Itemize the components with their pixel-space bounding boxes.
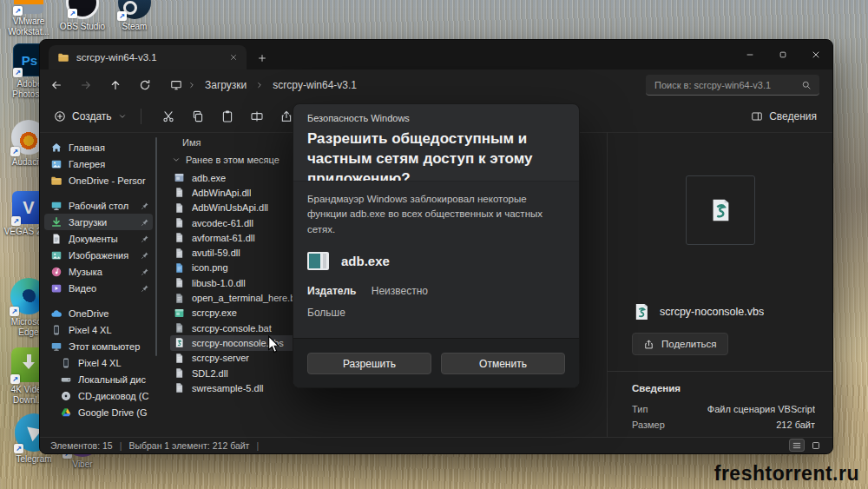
sidebar-item-icon [50,233,62,245]
forward-button[interactable] [73,72,99,98]
selected-file-title: scrcpy-noconsole.vbs [632,302,820,321]
chevron-right-icon [255,81,264,89]
search-icon[interactable] [801,80,812,90]
dialog-heading: Разрешить общедоступным и частным сетям … [293,123,579,189]
details-view-button[interactable] [789,439,805,452]
minimize-button[interactable] [733,40,766,69]
status-bar: Элементов: 15 | Выбран 1 элемент: 212 ба… [40,437,832,453]
cut-icon [161,109,175,123]
cut-button[interactable] [154,103,183,129]
navigation-pane: Главная Галерея OneDrive - Persor Рабочи… [40,132,161,438]
file-type-icon [174,293,185,304]
shortcut-arrow-icon: ↗ [13,68,23,77]
share-button[interactable]: Поделиться [632,333,728,355]
sidebar-item-5[interactable]: Документы [44,230,153,247]
sidebar-scrollbar[interactable] [155,137,157,356]
desktop-icon-1[interactable]: ↗ OBS Studio [56,0,109,32]
dialog-app-title: Безопасность Windows [293,104,579,123]
paste-button[interactable] [213,103,242,129]
allow-button[interactable]: Разрешить [307,353,431,374]
rename-icon [250,109,264,123]
sidebar-item-icon [50,340,62,353]
sidebar-item-8[interactable]: Видео [44,280,153,296]
dialog-message: Брандмауэр Windows заблокировал некоторы… [307,192,565,237]
sidebar-item-icon [60,406,72,419]
sidebar-item-icon [60,357,72,369]
navigation-bar: Загрузки scrcpy-win64-v3.1 [40,69,832,102]
copy-button[interactable] [183,103,213,129]
folder-icon [57,51,69,63]
close-button[interactable] [799,40,832,69]
desktop-icon-0[interactable]: ↗ VMware Workstat... [2,0,56,36]
file-type-icon [174,367,185,379]
breadcrumb: Загрузки scrcpy-win64-v3.1 [170,77,360,93]
sidebar-item-15[interactable]: Google Drive (G [44,404,153,420]
sidebar-item-12[interactable]: Pixel 4 XL [44,354,153,371]
shortcut-arrow-icon: ↗ [68,9,77,18]
file-type-icon [174,232,185,243]
new-button[interactable]: Создать [54,110,127,122]
this-pc-icon[interactable] [170,79,182,91]
chevron-down-icon [118,112,127,121]
up-button[interactable] [102,72,128,98]
icons-view-button[interactable] [808,439,824,452]
sidebar-item-3[interactable]: Рабочий стол [44,197,153,214]
publisher-row: Издатель Неизвестно [307,285,565,297]
file-type-icon [174,248,185,259]
details-pane: scrcpy-noconsole.vbs Поделиться Сведения… [607,132,832,438]
window-controls [733,40,832,69]
toolbar-separator [141,109,141,124]
sidebar-item-9[interactable]: OneDrive [44,305,153,321]
desktop-icon-image: ↗ [14,0,43,14]
refresh-button[interactable] [132,72,158,98]
maximize-button[interactable] [766,40,799,69]
breadcrumb-current-folder[interactable]: scrcpy-win64-v3.1 [269,77,360,93]
shortcut-arrow-icon: ↗ [10,307,19,316]
back-button[interactable] [43,72,69,98]
shortcut-arrow-icon: ↗ [11,216,21,226]
sidebar-item-7[interactable]: Музыка [44,263,153,280]
breadcrumb-downloads[interactable]: Загрузки [201,77,250,93]
details-panel-icon [751,110,763,122]
dialog-body: Брандмауэр Windows заблокировал некоторы… [293,181,579,338]
tab-scrcpy-win64[interactable]: scrcpy-win64-v3.1 [49,45,247,69]
search-input[interactable] [646,75,819,96]
sidebar-item-11[interactable]: Этот компьютер [44,338,153,354]
file-type-icon [174,187,185,198]
sidebar-item-icon [50,175,62,187]
rename-button[interactable] [242,103,272,129]
sidebar-item-6[interactable]: Изображения [44,247,153,263]
selection-info: Выбран 1 элемент: 212 байт [128,440,249,451]
file-type-icon [174,202,185,214]
items-count: Элементов: 15 [50,440,113,451]
pin-icon [141,268,149,276]
desktop-icon-2[interactable]: ↗ Steam [108,0,161,32]
pin-icon [141,284,149,293]
dialog-app-name: adb.exe [341,254,390,268]
more-link[interactable]: Больше [307,307,565,319]
shortcut-arrow-icon: ↗ [14,444,23,453]
sidebar-item-2[interactable]: OneDrive - Persor [44,172,153,188]
file-type-icon [174,262,185,274]
sidebar-item-icon [50,282,62,294]
sidebar-item-0[interactable]: Главная [44,139,153,155]
file-type-icon [174,217,185,228]
sidebar-item-13[interactable]: Локальный дис [44,371,153,387]
chevron-right-icon [187,81,196,89]
sidebar-item-icon [50,266,62,278]
cancel-button[interactable]: Отменить [441,353,565,374]
new-tab-button[interactable] [257,53,267,63]
tab-close-icon[interactable] [229,53,238,62]
detail-row-type: Тип Файл сценария VBScript [608,401,832,417]
shortcut-arrow-icon: ↗ [10,374,20,384]
sidebar-item-14[interactable]: CD-дисковод (C [44,387,153,404]
watermark-text: freshtorrent.ru [714,462,859,486]
sidebar-item-10[interactable]: Pixel 4 XL [44,321,153,338]
sidebar-item-4[interactable]: Загрузки [44,214,153,230]
desktop-icon-image: ↗ [118,0,151,19]
details-heading: Сведения [632,383,832,393]
details-divider [608,371,832,372]
details-pane-toggle[interactable]: Сведения [751,110,817,122]
sidebar-item-1[interactable]: Галерея [44,155,153,172]
share-icon [279,109,293,123]
